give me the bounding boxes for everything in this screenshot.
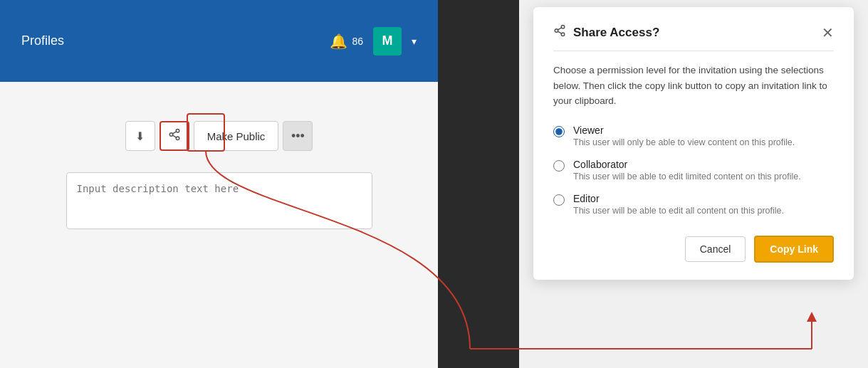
header-bar: Profiles 🔔 86 M ▾ (0, 0, 438, 82)
editor-description: This user will be able to edit all conte… (573, 206, 784, 216)
download-icon: ⬇ (135, 130, 145, 143)
copy-link-button[interactable]: Copy Link (754, 236, 834, 263)
share-button[interactable] (160, 121, 189, 151)
share-icon (168, 128, 181, 144)
chevron-down-icon[interactable]: ▾ (412, 36, 417, 47)
viewer-radio[interactable] (553, 126, 565, 137)
viewer-label: Viewer (573, 125, 795, 136)
avatar[interactable]: M (373, 27, 402, 56)
editor-label-group: Editor This user will be able to edit al… (573, 193, 784, 216)
svg-line-4 (172, 132, 176, 134)
dialog-description: Choose a permission level for the invita… (553, 63, 834, 109)
svg-line-9 (558, 28, 561, 30)
viewer-option: Viewer This user will only be able to vi… (553, 125, 834, 147)
right-panel: Share Access? ✕ Choose a permission leve… (519, 0, 868, 368)
viewer-label-group: Viewer This user will only be able to vi… (573, 125, 795, 147)
notification-area: 🔔 86 (330, 33, 363, 50)
make-public-button[interactable]: Make Public (194, 121, 279, 151)
collaborator-label: Collaborator (573, 159, 801, 170)
collaborator-label-group: Collaborator This user will be able to e… (573, 159, 801, 182)
editor-label: Editor (573, 193, 784, 204)
toolbar: ⬇ Make Public ••• (125, 121, 313, 151)
cancel-button[interactable]: Cancel (685, 236, 746, 262)
page-title: Profiles (21, 33, 64, 48)
permission-radio-group: Viewer This user will only be able to vi… (553, 125, 834, 216)
ellipsis-icon: ••• (291, 129, 305, 144)
dialog-header: Share Access? ✕ (553, 24, 834, 41)
dialog-title-row: Share Access? (553, 24, 659, 41)
dialog-footer: Cancel Copy Link (553, 236, 834, 263)
share-access-icon (553, 24, 566, 41)
editor-option: Editor This user will be able to edit al… (553, 193, 834, 216)
left-panel: Profiles 🔔 86 M ▾ ⬇ (0, 0, 438, 368)
notification-count: 86 (352, 36, 363, 47)
share-access-dialog: Share Access? ✕ Choose a permission leve… (533, 7, 854, 280)
collaborator-radio[interactable] (553, 160, 565, 172)
content-area: ⬇ Make Public ••• (0, 82, 438, 368)
close-button[interactable]: ✕ (822, 26, 834, 40)
collaborator-option: Collaborator This user will be able to e… (553, 159, 834, 182)
svg-line-3 (172, 135, 176, 137)
editor-radio[interactable] (553, 194, 565, 206)
svg-line-8 (558, 31, 561, 33)
description-input[interactable] (66, 172, 372, 229)
more-options-button[interactable]: ••• (283, 121, 313, 151)
collaborator-description: This user will be able to edit limited c… (573, 172, 801, 182)
dialog-title: Share Access? (573, 26, 659, 40)
viewer-description: This user will only be able to view cont… (573, 137, 795, 147)
download-button[interactable]: ⬇ (125, 121, 155, 151)
divider (553, 51, 834, 51)
bell-icon: 🔔 (330, 33, 347, 50)
